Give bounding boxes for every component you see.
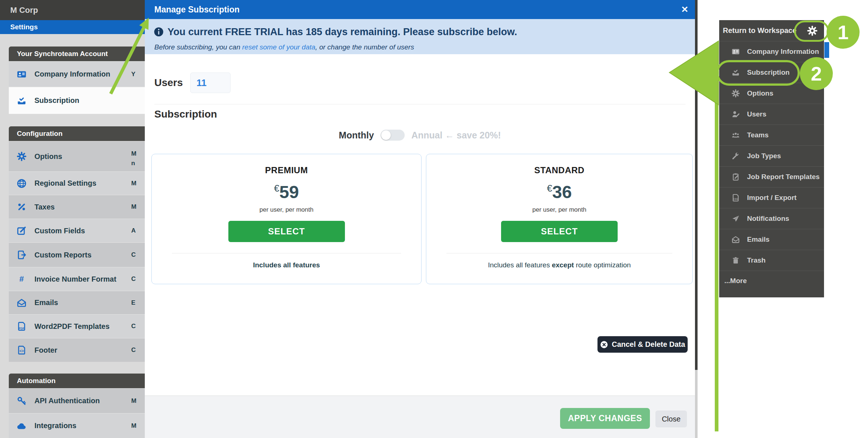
features-text: Includes all features	[253, 261, 320, 269]
file-code-icon: <>	[17, 345, 26, 355]
per-user-note: per user, per month	[426, 206, 692, 214]
menu-item-more[interactable]: ...More	[719, 271, 824, 297]
manage-subscription-modal: Manage Subscription ✕ You current FREE T…	[145, 0, 695, 438]
menu-item-label: Teams	[747, 131, 769, 139]
truncated-description: M	[131, 397, 136, 405]
sidebar-section-automation: Automation API Authentication M Integrat…	[9, 374, 145, 438]
truncated-description: M	[131, 203, 136, 211]
plan-name: STANDARD	[426, 165, 692, 175]
price-amount: 59	[279, 182, 299, 202]
close-icon[interactable]: ✕	[681, 0, 688, 19]
truncated-description: Y	[131, 71, 135, 78]
section-title-account: Your Synchroteam Account	[9, 47, 145, 61]
close-button[interactable]: Close	[655, 411, 687, 427]
menu-item-trash[interactable]: Trash	[719, 250, 824, 271]
menu-item-job-types[interactable]: Job Types	[719, 145, 824, 166]
truncated-description: C	[131, 346, 136, 354]
truncated-description: M	[131, 422, 136, 430]
menu-item-label: Job Report Templates	[747, 173, 820, 181]
wrench-icon	[732, 152, 740, 160]
gear-icon[interactable]	[807, 26, 817, 36]
modal-footer: APPLY CHANGES Close	[145, 396, 695, 438]
menu-item-notifications[interactable]: Notifications	[719, 208, 824, 229]
section-title-automation: Automation	[9, 374, 145, 388]
users-input[interactable]: 11	[190, 73, 231, 93]
monthly-label: Monthly	[339, 130, 374, 141]
trial-banner: You current FREE TRIAL has 185 days rema…	[145, 19, 695, 54]
billing-period-toggle[interactable]	[380, 130, 405, 141]
inbox-check-icon	[732, 68, 740, 77]
plan-features: Includes all features except route optim…	[426, 261, 692, 269]
page-edge-strip	[695, 0, 698, 370]
currency-symbol: €	[274, 183, 279, 194]
cancel-delete-data-button[interactable]: Cancel & Delete Data	[597, 336, 688, 353]
id-card-icon	[732, 48, 740, 56]
svg-text:PDF: PDF	[19, 327, 25, 330]
apply-changes-button[interactable]: APPLY CHANGES	[560, 408, 650, 429]
sidebar-item-custom-fields[interactable]: Custom Fields A	[9, 219, 145, 242]
sidebar-item-api-authentication[interactable]: API Authentication M	[9, 388, 145, 413]
sidebar-item-label: Custom Reports	[34, 251, 92, 259]
gear-icon	[17, 152, 26, 161]
sidebar-section-account: Your Synchroteam Account Company Informa…	[9, 47, 145, 114]
sidebar-item-taxes[interactable]: Taxes M	[9, 195, 145, 219]
sidebar-item-custom-reports[interactable]: Custom Reports C	[9, 242, 145, 267]
sidebar-nav-settings[interactable]: Settings	[0, 20, 145, 34]
plan-features: Includes all features	[152, 261, 421, 269]
settings-sidebar: M Corp Settings Your Synchroteam Account…	[0, 0, 145, 438]
svg-text:<>: <>	[19, 349, 24, 353]
reset-data-link[interactable]: reset some of your data	[242, 43, 316, 51]
sidebar-item-regional-settings[interactable]: Regional Settings M	[9, 171, 145, 195]
truncated-description: C	[131, 323, 136, 330]
id-card-icon	[17, 70, 26, 79]
plan-name: PREMIUM	[152, 165, 421, 175]
select-premium-button[interactable]: SELECT	[228, 221, 345, 242]
currency-symbol: €	[547, 183, 552, 194]
sidebar-item-label: Options	[34, 152, 62, 161]
sidebar-item-label: Integrations	[34, 422, 76, 430]
menu-item-emails[interactable]: Emails	[719, 229, 824, 250]
sidebar-item-label: Invoice Number Format	[34, 275, 116, 283]
sidebar-item-emails[interactable]: Emails E	[9, 291, 145, 314]
envelope-open-icon	[732, 235, 740, 244]
menu-item-options[interactable]: Options	[719, 83, 824, 104]
sidebar-item-company-information[interactable]: Company Information Y	[9, 61, 145, 87]
features-text: route optimization	[574, 261, 631, 269]
truncated-description: E	[131, 299, 135, 307]
menu-item-teams[interactable]: Teams	[719, 125, 824, 145]
page-edge-strip-bottom	[695, 370, 698, 438]
sidebar-item-subscription[interactable]: Subscription	[9, 87, 145, 114]
truncated-description: A	[131, 227, 136, 234]
sidebar-item-integrations[interactable]: Integrations M	[9, 413, 145, 438]
sidebar-item-word2pdf-templates[interactable]: PDF Word2PDF Templates C	[9, 314, 145, 338]
sidebar-item-options[interactable]: Options M n	[9, 141, 145, 171]
menu-item-label: Subscription	[747, 68, 790, 77]
features-bold: except	[552, 261, 574, 269]
sidebar-item-footer[interactable]: <> Footer C	[9, 338, 145, 362]
section-title-configuration: Configuration	[9, 126, 145, 141]
select-standard-button[interactable]: SELECT	[501, 221, 618, 242]
clipboard-edit-icon	[732, 173, 740, 181]
menu-item-company-information[interactable]: Company Information	[719, 41, 824, 62]
sidebar-item-label: Custom Fields	[34, 227, 85, 235]
menu-item-subscription[interactable]: Subscription	[719, 62, 824, 83]
features-text: Includes all features	[488, 261, 552, 269]
plan-price: €59	[152, 182, 421, 202]
workspace-menu-header: Return to Workspace	[719, 20, 824, 41]
sidebar-item-label: API Authentication	[34, 397, 100, 405]
truncated-description: C	[131, 275, 136, 283]
hashtag-icon: #	[17, 274, 26, 284]
sidebar-item-invoice-number-format[interactable]: # Invoice Number Format C	[9, 267, 145, 291]
inbox-check-icon	[17, 96, 26, 105]
truncated-description: n	[131, 160, 135, 167]
menu-item-import-export[interactable]: CSV Import / Export	[719, 187, 824, 208]
toggle-knob	[381, 130, 391, 140]
annotation-vertical-line	[715, 47, 718, 431]
return-to-workspace-label[interactable]: Return to Workspace	[723, 20, 797, 41]
menu-item-job-report-templates[interactable]: Job Report Templates	[719, 166, 824, 187]
sidebar-item-label: Company Information	[34, 70, 110, 78]
svg-text:CSV: CSV	[733, 198, 738, 200]
menu-item-users[interactable]: Users	[719, 104, 824, 125]
truncated-description: M	[131, 150, 136, 157]
svg-text:#: #	[19, 274, 24, 283]
